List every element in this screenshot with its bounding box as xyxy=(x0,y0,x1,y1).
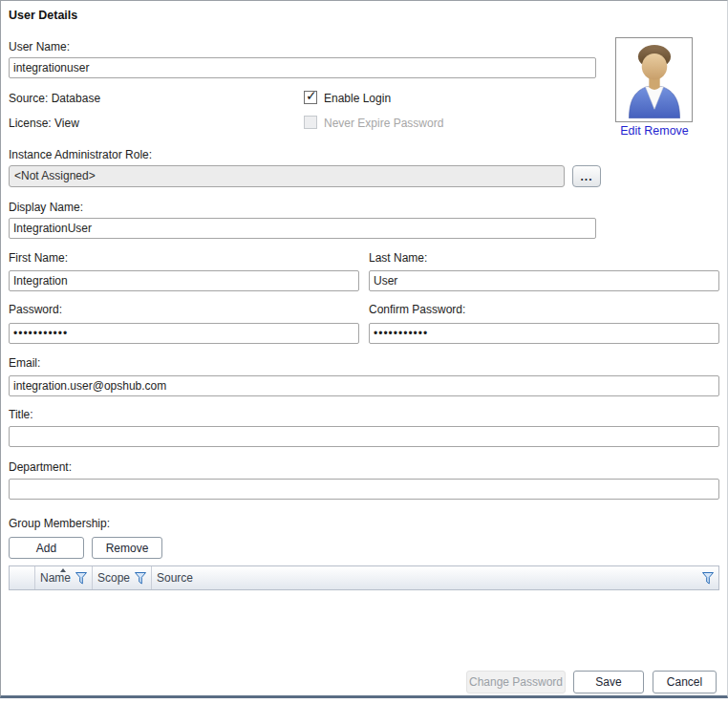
enable-login-label: Enable Login xyxy=(324,92,391,105)
admin-role-browse-button[interactable]: ... xyxy=(572,165,601,187)
change-password-button: Change Password xyxy=(466,671,566,693)
filter-icon[interactable] xyxy=(75,572,87,585)
cancel-button[interactable]: Cancel xyxy=(653,671,717,693)
save-button[interactable]: Save xyxy=(573,671,644,693)
avatar-remove-link[interactable]: Remove xyxy=(644,124,689,138)
email-label: Email: xyxy=(9,356,40,370)
password-label: Password: xyxy=(9,303,62,316)
remove-group-button[interactable]: Remove xyxy=(92,537,162,559)
group-membership-label: Group Membership: xyxy=(9,517,110,530)
group-membership-grid-header: Name Scope Source xyxy=(9,565,719,590)
never-expire-password-label: Never Expire Password xyxy=(324,117,443,130)
add-group-button[interactable]: Add xyxy=(9,537,84,559)
admin-role-field: <Not Assigned> xyxy=(9,165,565,187)
confirm-password-input[interactable] xyxy=(369,323,719,344)
first-name-input[interactable] xyxy=(9,270,359,291)
password-input[interactable] xyxy=(9,323,359,344)
user-details-screen: User Details User Name: Source: Database… xyxy=(0,0,728,704)
user-details-panel: User Details User Name: Source: Database… xyxy=(0,0,728,698)
filter-icon[interactable] xyxy=(135,572,146,585)
department-input[interactable] xyxy=(9,479,719,500)
user-name-label: User Name: xyxy=(9,40,70,53)
grid-column-name[interactable]: Name xyxy=(35,566,93,589)
check-icon: ✓ xyxy=(306,88,317,103)
admin-role-label: Instance Administrator Role: xyxy=(9,148,152,161)
grid-column-source-label: Source xyxy=(157,571,193,585)
display-name-input[interactable] xyxy=(9,218,596,239)
user-name-input[interactable] xyxy=(9,57,596,78)
display-name-label: Display Name: xyxy=(9,201,83,214)
source-text: Source: Database xyxy=(9,92,100,105)
confirm-password-label: Confirm Password: xyxy=(369,303,465,316)
title-field-label: Title: xyxy=(9,408,33,421)
page-title: User Details xyxy=(9,9,77,22)
sort-ascending-icon xyxy=(60,568,66,572)
avatar-edit-link[interactable]: Edit xyxy=(620,124,641,138)
grid-column-scope-label: Scope xyxy=(97,571,130,585)
grid-column-select xyxy=(10,566,35,589)
filter-icon[interactable] xyxy=(702,572,714,585)
enable-login-checkbox[interactable]: ✓ xyxy=(304,91,317,104)
department-label: Department: xyxy=(9,460,72,474)
license-text: License: View xyxy=(9,117,79,130)
last-name-label: Last Name: xyxy=(369,251,427,265)
avatar-links: Edit Remove xyxy=(610,124,698,138)
grid-column-source[interactable]: Source xyxy=(152,566,718,589)
email-input[interactable] xyxy=(9,375,719,396)
never-expire-password-checkbox xyxy=(304,116,317,129)
last-name-input[interactable] xyxy=(369,270,719,291)
user-avatar xyxy=(615,37,693,122)
grid-column-name-label: Name xyxy=(40,571,71,585)
title-input[interactable] xyxy=(9,426,719,447)
first-name-label: First Name: xyxy=(9,251,68,265)
user-avatar-icon xyxy=(620,42,689,118)
grid-column-scope[interactable]: Scope xyxy=(93,566,152,589)
